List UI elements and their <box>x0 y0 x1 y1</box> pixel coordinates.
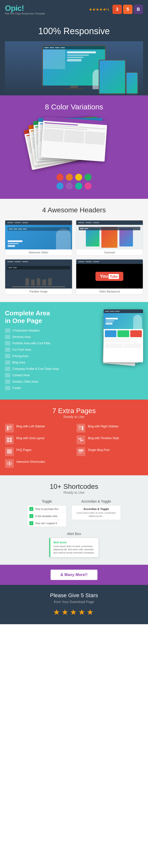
svg-rect-24 <box>8 453 11 453</box>
extra-label-blog-right: Blog with Right Sidebar <box>88 424 119 428</box>
svg-rect-8 <box>78 428 81 429</box>
svg-rect-7 <box>78 427 81 428</box>
svg-rect-23 <box>8 451 11 452</box>
svg-rect-27 <box>78 453 82 453</box>
social-icon <box>5 379 10 384</box>
extra-item-blog-grid: Blog with Grid Layout <box>5 435 72 444</box>
color-dots-row2 <box>5 183 143 189</box>
contact-icon <box>5 373 10 377</box>
color-dot-teal <box>75 183 82 189</box>
company-icon <box>5 367 10 371</box>
logo-text: Opic! <box>5 4 45 13</box>
extra-label-blog-left: Blog with Left Sidebar <box>16 424 45 428</box>
toggle-item-3: ✓ How can I support it <box>27 520 66 527</box>
toggle-item-2: ✓ Is the template color <box>27 513 66 520</box>
alert-demo: Alert Box Well done! Lorem ipsum dolor s… <box>12 532 136 557</box>
svg-rect-0 <box>7 426 9 430</box>
css3-badge: 3 <box>113 5 122 14</box>
color-dot-orange <box>66 174 73 181</box>
fun-icon <box>5 347 10 352</box>
alert-text: Lorem ipsum dolor sit amet, consectetur … <box>53 545 96 554</box>
accordion-label: Accordian & Toggle <box>72 499 121 503</box>
list-item: Blog Area <box>5 360 94 365</box>
extra-item-blog-timeline: Blog with Timeline Style <box>76 435 143 444</box>
color-dot-pink <box>84 183 92 189</box>
color-dot-green <box>84 174 92 181</box>
svg-rect-5 <box>82 426 83 430</box>
alert-title: Well done! <box>53 541 96 544</box>
color-cards-stack <box>27 116 121 170</box>
toggle-box: ✓ How to purchase this ✓ Is the template… <box>27 505 67 527</box>
services-icon <box>5 335 10 339</box>
header: Opic! Flat One Page Responsive Template … <box>0 0 148 19</box>
extra-item-single-blog: Single Blog Post <box>76 447 143 456</box>
extra-label-faq: FAQ Pages <box>16 447 31 452</box>
shortcodes-section: 10+ Shortcodes Ready to Use Toggle ✓ How… <box>0 475 148 565</box>
svg-rect-13 <box>9 440 12 442</box>
extra-item-blog-right: Blog with Right Sidebar <box>76 424 143 433</box>
footer-stars: ★★★★★ <box>5 608 143 617</box>
svg-rect-11 <box>9 438 12 440</box>
list-item: Company Profile & Cool Team Area <box>5 367 94 371</box>
star-rating: ★★★★★½ <box>89 7 109 12</box>
footer-icon <box>5 386 10 390</box>
extra-label-single-blog: Single Blog Post <box>88 447 109 452</box>
header-preview-video: YouTube Video Backgroud <box>76 259 143 294</box>
svg-point-18 <box>80 440 81 441</box>
extra-label-blog-grid: Blog with Grid Layout <box>16 435 44 440</box>
tech-badges: ★★★★★½ 3 5 B <box>89 5 143 14</box>
toggle-item-1: ✓ How to purchase this <box>27 505 66 513</box>
extra-pages-list: Blog with Left Sidebar Blog with Right S… <box>5 424 143 468</box>
header-label-carousel: Carousel <box>76 249 143 255</box>
many-more-button[interactable]: & Many More!! <box>51 570 97 580</box>
toggle-check-3: ✓ <box>29 521 33 525</box>
color-dot-blue <box>56 183 64 189</box>
svg-rect-25 <box>78 450 83 451</box>
pricing-icon <box>5 354 10 358</box>
list-item: Socials, Client Area <box>5 379 94 384</box>
header-preview-carousel: Carousel <box>76 220 143 256</box>
header-preview-parallax: Parallax Image <box>5 259 72 294</box>
svg-rect-6 <box>78 426 81 427</box>
colors-title: 8 Color Variations <box>5 103 143 111</box>
svg-rect-26 <box>78 452 83 452</box>
toggle-demo: Toggle ✓ How to purchase this ✓ Is the t… <box>27 499 67 527</box>
toggle-text-1: How to purchase this <box>35 508 58 510</box>
extra-label-blog-timeline: Blog with Timeline Style <box>88 435 119 440</box>
svg-rect-2 <box>9 427 12 428</box>
many-more-section: & Many More!! <box>0 565 148 585</box>
header-preview-slider: Awesome Slider <box>5 220 72 256</box>
footer-subtitle: from Your Download Page <box>5 600 143 604</box>
extra-subtitle: Ready to Use <box>5 415 143 419</box>
list-item: Portfolio Area with Cool Filter <box>5 341 94 345</box>
shortcodes-extra-icon <box>5 459 14 468</box>
footer-title: Please Give 5 Stars <box>5 592 143 599</box>
accordion-demo: Accordian & Toggle Accordian & Toggle Lo… <box>72 499 121 520</box>
headers-section: 4 Awesome Headers Awes <box>0 199 148 302</box>
extra-item-shortcodes: Awesome Shortcodes <box>5 459 72 468</box>
complete-right <box>99 309 143 392</box>
single-blog-icon <box>76 447 85 456</box>
header-label-slider: Awesome Slider <box>5 249 72 255</box>
headers-grid: Awesome Slider Carousel <box>5 220 143 294</box>
svg-point-17 <box>80 438 81 439</box>
header-label-video: Video Backgroud <box>76 288 143 294</box>
extra-item-blog-left: Blog with Left Sidebar <box>5 424 72 433</box>
svg-rect-29 <box>10 462 12 465</box>
svg-rect-9 <box>78 429 80 430</box>
complete-left: Complete Areain One Page 4 Awesome Heade… <box>5 309 94 392</box>
blog-right-icon <box>76 424 85 433</box>
color-dot-purple <box>66 183 73 189</box>
headers-title: 4 Awesome Headers <box>5 206 143 214</box>
list-item: Footer <box>5 386 94 390</box>
extra-section: 7 Extra Pages Ready to Use Blog with Lef… <box>0 400 148 475</box>
complete-list: 4 Awesome Headers Services Area Portfoli… <box>5 328 94 390</box>
svg-rect-10 <box>7 438 9 440</box>
extra-label-shortcodes: Awesome Shortcodes <box>16 459 45 464</box>
shortcodes-title: 10+ Shortcodes <box>5 483 143 491</box>
svg-rect-16 <box>81 440 83 441</box>
list-item: 4 Awesome Headers <box>5 328 94 333</box>
blog-left-icon <box>5 424 14 433</box>
svg-rect-3 <box>9 428 12 429</box>
list-item: Fun Fact Area <box>5 347 94 352</box>
